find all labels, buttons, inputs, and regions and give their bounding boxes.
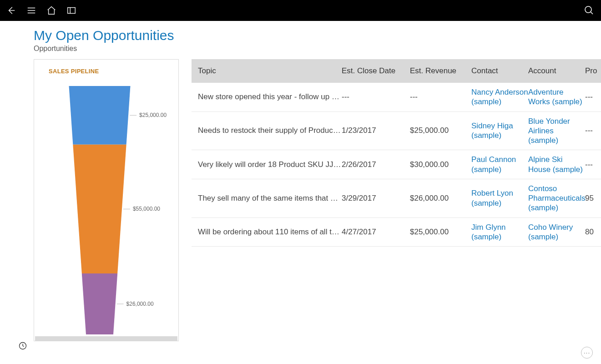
col-header-revenue[interactable]: Est. Revenue — [410, 66, 471, 76]
chart-title: SALES PIPELINE — [34, 60, 178, 75]
cell-probability: 80 — [585, 228, 601, 237]
cell-contact: Jim Glynn (sample) — [471, 222, 528, 242]
cell-contact: Sidney Higa (sample) — [471, 121, 528, 141]
contact-link[interactable]: Sidney Higa (sample) — [471, 121, 528, 141]
cell-topic: Will be ordering about 110 items of all … — [192, 228, 342, 237]
opportunities-grid: Topic Est. Close Date Est. Revenue Conta… — [192, 59, 601, 247]
col-header-date[interactable]: Est. Close Date — [342, 66, 410, 76]
cell-revenue: $26,000.00 — [410, 194, 471, 203]
svg-rect-0 — [68, 8, 76, 14]
app-bar — [0, 0, 601, 21]
grid-body: New store opened this year - follow up (… — [192, 83, 601, 247]
page: My Open Opportunities Opportunities SALE… — [0, 21, 601, 341]
more-icon[interactable]: ··· — [581, 347, 593, 359]
page-title: My Open Opportunities — [34, 27, 601, 44]
table-row[interactable]: New store opened this year - follow up (… — [192, 83, 601, 112]
contact-link[interactable]: Robert Lyon (sample) — [471, 188, 528, 208]
col-header-account[interactable]: Account — [528, 66, 585, 76]
cell-account: Coho Winery (sample) — [528, 222, 585, 242]
content: SALES PIPELINE $25,000.00$55,000.00$26,0… — [34, 59, 601, 341]
cell-topic: New store opened this year - follow up (… — [192, 92, 342, 101]
account-link[interactable]: Coho Winery (sample) — [528, 222, 585, 242]
panel-icon[interactable] — [66, 5, 76, 15]
account-link[interactable]: Contoso Pharmaceuticals (sample) — [528, 184, 586, 213]
cell-probability: 95 — [585, 194, 601, 203]
search-icon[interactable] — [584, 5, 595, 16]
grid-header: Topic Est. Close Date Est. Revenue Conta… — [192, 59, 601, 83]
cell-date: 1/23/2017 — [342, 126, 410, 135]
cell-revenue: $25,000.00 — [410, 228, 471, 237]
cell-topic: They sell many of the same items that we… — [192, 194, 342, 203]
funnel-label: $26,000.00 — [126, 301, 154, 307]
cell-revenue: $25,000.00 — [410, 126, 471, 135]
app-bar-left — [6, 5, 76, 15]
cell-date: 4/27/2017 — [342, 228, 410, 237]
page-subtitle: Opportunities — [34, 45, 601, 53]
cell-contact: Robert Lyon (sample) — [471, 188, 528, 208]
cell-account: Contoso Pharmaceuticals (sample) — [528, 184, 585, 213]
cell-topic: Very likely will order 18 Product SKU JJ… — [192, 160, 342, 169]
chart-scroll-bar[interactable] — [35, 336, 177, 341]
funnel-segment[interactable] — [73, 145, 126, 273]
app-bar-right — [584, 5, 595, 16]
account-link[interactable]: Adventure Works (sample) — [528, 87, 585, 107]
cell-probability: --- — [585, 92, 601, 101]
funnel-label: $25,000.00 — [139, 112, 167, 118]
svg-point-1 — [585, 6, 591, 13]
account-link[interactable]: Blue Yonder Airlines (sample) — [528, 116, 585, 146]
cell-date: --- — [342, 92, 410, 101]
col-header-probability[interactable]: Pro — [585, 66, 601, 76]
cell-topic: Needs to restock their supply of Product… — [192, 126, 342, 135]
contact-link[interactable]: Nancy Anderson (sample) — [471, 87, 528, 107]
contact-link[interactable]: Jim Glynn (sample) — [471, 222, 528, 242]
menu-icon[interactable] — [26, 5, 36, 15]
col-header-topic[interactable]: Topic — [192, 66, 342, 76]
cell-date: 2/26/2017 — [342, 160, 410, 169]
col-header-contact[interactable]: Contact — [471, 66, 528, 76]
cell-revenue: --- — [410, 92, 471, 101]
cell-probability: --- — [585, 126, 601, 135]
cell-account: Blue Yonder Airlines (sample) — [528, 116, 585, 146]
funnel-segment[interactable] — [69, 86, 131, 145]
cell-contact: Paul Cannon (sample) — [471, 155, 528, 174]
funnel: $25,000.00$55,000.00$26,000.00 — [34, 86, 178, 331]
account-link[interactable]: Alpine Ski House (sample) — [528, 155, 585, 174]
table-row[interactable]: Will be ordering about 110 items of all … — [192, 218, 601, 247]
table-row[interactable]: Needs to restock their supply of Product… — [192, 112, 601, 151]
cell-revenue: $30,000.00 — [410, 160, 471, 169]
contact-link[interactable]: Paul Cannon (sample) — [471, 155, 528, 174]
cell-probability: --- — [585, 160, 601, 169]
table-row[interactable]: They sell many of the same items that we… — [192, 179, 601, 218]
cell-account: Alpine Ski House (sample) — [528, 155, 585, 174]
home-icon[interactable] — [46, 5, 56, 15]
funnel-segment[interactable] — [82, 273, 117, 334]
funnel-label: $55,000.00 — [133, 206, 160, 212]
cell-account: Adventure Works (sample) — [528, 87, 585, 107]
cell-date: 3/29/2017 — [342, 194, 410, 203]
chart-panel: SALES PIPELINE $25,000.00$55,000.00$26,0… — [34, 59, 179, 341]
table-row[interactable]: Very likely will order 18 Product SKU JJ… — [192, 150, 601, 179]
refresh-icon[interactable] — [18, 341, 27, 350]
cell-contact: Nancy Anderson (sample) — [471, 87, 528, 107]
back-icon[interactable] — [6, 5, 16, 15]
